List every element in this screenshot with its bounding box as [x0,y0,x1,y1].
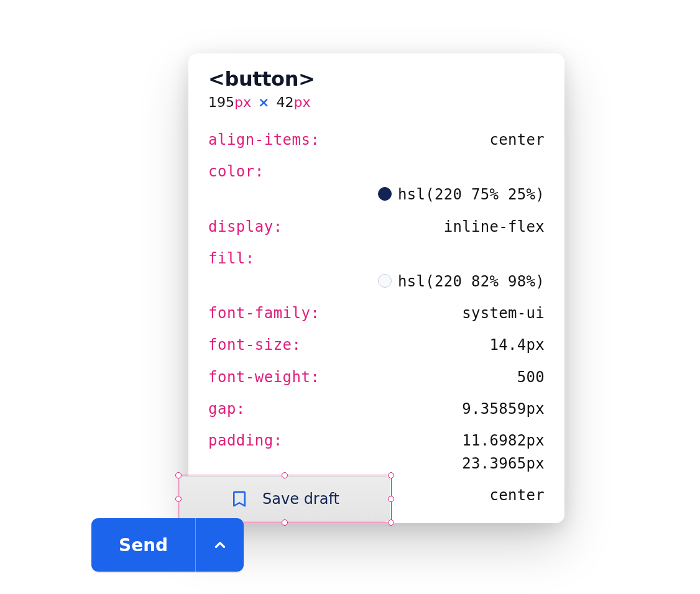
chevron-up-icon [212,537,228,553]
prop-row-font-family: font-family system-ui [208,302,545,325]
prop-value: center [490,129,545,152]
prop-value: 14.4px [490,334,545,357]
inspector-height: 42 [276,94,293,110]
send-button[interactable]: Send [91,518,195,572]
prop-value: 9.35859px [462,398,545,421]
prop-value: 11.6982px 23.3965px [462,429,545,475]
color-swatch-icon [378,187,392,201]
send-button-group: Send [91,518,244,572]
prop-key: font-size [208,334,302,357]
prop-key: fill [208,247,255,270]
px-unit: px [293,94,310,110]
prop-key: color [208,160,264,183]
save-draft-button[interactable]: Save draft [179,476,390,522]
prop-value: inline-flex [444,216,545,239]
prop-row-display: display inline-flex [208,216,545,239]
inspector-tooltip: <button> 195px × 42px align-items center… [188,53,564,523]
inspector-width: 195 [208,94,234,110]
prop-key: font-family [208,302,320,325]
prop-value: hsl(220 75% 25%) [378,160,545,206]
prop-row-fill: fill hsl(220 82% 98%) [208,247,545,293]
prop-row-font-weight: font-weight 500 [208,366,545,389]
bookmark-icon [230,490,249,508]
times-symbol: × [258,94,269,110]
prop-key: gap [208,398,246,421]
inspector-dimensions: 195px × 42px [208,94,545,110]
inspector-properties-list: align-items center color hsl(220 75% 25%… [208,129,545,507]
prop-key: font-weight [208,366,320,389]
prop-key: align-items [208,129,320,152]
px-unit: px [234,94,251,110]
send-dropdown-toggle[interactable] [195,518,244,572]
prop-key: display [208,216,283,239]
prop-row-font-size: font-size 14.4px [208,334,545,357]
prop-row-padding: padding 11.6982px 23.3965px [208,429,545,475]
save-draft-label: Save draft [262,490,339,508]
prop-value: system-ui [462,302,545,325]
send-label: Send [119,535,168,555]
inspector-element-tag: <button> [208,67,545,91]
prop-value: center [490,484,545,507]
prop-row-color: color hsl(220 75% 25%) [208,160,545,206]
prop-key: padding [208,429,283,452]
prop-value: hsl(220 82% 98%) [378,247,545,293]
prop-row-align-items: align-items center [208,129,545,152]
prop-row-gap: gap 9.35859px [208,398,545,421]
color-swatch-icon [378,274,392,288]
prop-value: 500 [517,366,545,389]
